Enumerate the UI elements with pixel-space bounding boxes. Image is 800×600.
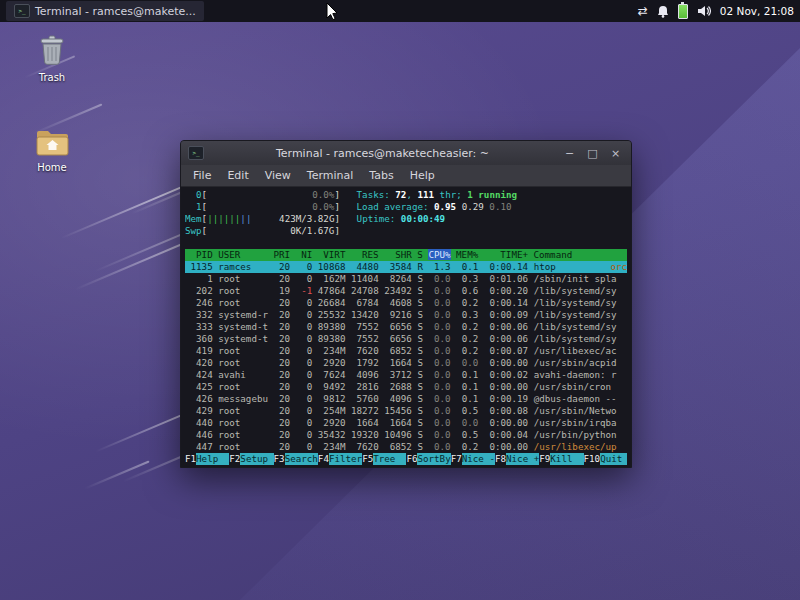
light-streak bbox=[95, 414, 183, 453]
fkey-bar: F1Help F2Setup F3SearchF4FilterF5Tree F6… bbox=[185, 453, 627, 465]
window-icon: >_ bbox=[188, 146, 204, 160]
screen: >_ Terminal - ramces@makete... ⇄ 02 Nov,… bbox=[0, 0, 800, 600]
home-label: Home bbox=[20, 162, 84, 173]
taskbar-window-label: Terminal - ramces@makete... bbox=[35, 5, 196, 18]
desktop-icon-home[interactable]: Home bbox=[20, 128, 84, 173]
fkey-f3[interactable]: F3 bbox=[274, 453, 285, 465]
menu-tabs[interactable]: Tabs bbox=[361, 167, 401, 184]
process-row-332[interactable]: 332 systemd-r 20 0 25532 13420 9216 S 0.… bbox=[185, 309, 627, 321]
process-row-1135[interactable]: 1135 ramces 20 0 10868 4480 3584 R 1.3 0… bbox=[185, 261, 627, 273]
terminal-app-icon: >_ bbox=[14, 4, 30, 18]
process-row-425[interactable]: 425 root 20 0 9492 2816 2688 S 0.0 0.1 0… bbox=[185, 381, 627, 393]
process-row-447[interactable]: 447 root 20 0 234M 7620 6852 S 0.0 0.2 0… bbox=[185, 441, 627, 453]
process-row-424[interactable]: 424 avahi 20 0 7624 4096 3712 S 0.0 0.1 … bbox=[185, 369, 627, 381]
process-row-202[interactable]: 202 root 19 -1 47864 24708 23492 S 0.0 0… bbox=[185, 285, 627, 297]
menu-view[interactable]: View bbox=[257, 167, 299, 184]
process-row-1[interactable]: 1 root 20 0 162M 11404 8264 S 0.0 0.3 0:… bbox=[185, 273, 627, 285]
notification-bell-icon[interactable] bbox=[657, 5, 669, 18]
terminal-screen[interactable]: 0[ 0.0%] Tasks: 72, 111 thr; 1 running 1… bbox=[181, 187, 631, 467]
fkey-f6[interactable]: F6 bbox=[406, 453, 417, 465]
cpu0-meter: 0[ 0.0%] Tasks: 72, 111 thr; 1 running bbox=[185, 189, 627, 201]
process-list: 1135 ramces 20 0 10868 4480 3584 R 1.3 0… bbox=[185, 261, 627, 453]
fkey-f4[interactable]: F4 bbox=[318, 453, 329, 465]
light-streak bbox=[61, 179, 200, 239]
blank-line bbox=[185, 237, 627, 249]
terminal-window: >_ Terminal - ramces@maketecheasier: ~ −… bbox=[180, 140, 632, 468]
menu-terminal[interactable]: Terminal bbox=[299, 167, 362, 184]
battery-icon[interactable] bbox=[678, 4, 688, 19]
close-button[interactable]: × bbox=[607, 147, 624, 160]
menu-help[interactable]: Help bbox=[402, 167, 443, 184]
fkey-f2[interactable]: F2 bbox=[229, 453, 240, 465]
process-row-446[interactable]: 446 root 20 0 35432 19320 10496 S 0.0 0.… bbox=[185, 429, 627, 441]
menu-bar: FileEditViewTerminalTabsHelp bbox=[181, 165, 631, 187]
titlebar[interactable]: >_ Terminal - ramces@maketecheasier: ~ −… bbox=[181, 141, 631, 165]
trash-label: Trash bbox=[20, 72, 84, 83]
desktop-icon-trash[interactable]: Trash bbox=[20, 34, 84, 83]
swap-meter: Swp[ 0K/1.67G] bbox=[185, 225, 627, 237]
trash-can-icon bbox=[37, 51, 67, 70]
maximize-button[interactable]: □ bbox=[584, 147, 601, 160]
process-row-360[interactable]: 360 systemd-t 20 0 89380 7552 6656 S 0.0… bbox=[185, 333, 627, 345]
process-row-429[interactable]: 429 root 20 0 254M 18272 15456 S 0.0 0.5… bbox=[185, 405, 627, 417]
memory-meter: Mem[|||||||| 423M/3.82G] Uptime: 00:00:4… bbox=[185, 213, 627, 225]
volume-icon[interactable] bbox=[697, 5, 711, 17]
fkey-f10[interactable]: F10 bbox=[584, 453, 601, 465]
top-panel: >_ Terminal - ramces@makete... ⇄ 02 Nov,… bbox=[0, 0, 800, 22]
window-title: Terminal - ramces@maketecheasier: ~ bbox=[210, 147, 555, 160]
minimize-button[interactable]: − bbox=[561, 147, 578, 160]
clock[interactable]: 02 Nov, 21:08 bbox=[720, 5, 794, 17]
workspace-arrows-icon[interactable]: ⇄ bbox=[638, 5, 648, 17]
home-folder-icon bbox=[36, 141, 69, 160]
fkey-f7[interactable]: F7 bbox=[451, 453, 462, 465]
menu-file[interactable]: File bbox=[185, 167, 219, 184]
menu-edit[interactable]: Edit bbox=[219, 167, 256, 184]
process-row-420[interactable]: 420 root 20 0 2920 1792 1664 S 0.0 0.0 0… bbox=[185, 357, 627, 369]
process-row-419[interactable]: 419 root 20 0 234M 7620 6852 S 0.0 0.2 0… bbox=[185, 345, 627, 357]
mouse-cursor bbox=[326, 2, 339, 25]
fkey-f5[interactable]: F5 bbox=[362, 453, 373, 465]
process-row-333[interactable]: 333 systemd-t 20 0 89380 7552 6656 S 0.0… bbox=[185, 321, 627, 333]
cpu1-meter: 1[ 0.0%] Load average: 0.95 0.29 0.10 bbox=[185, 201, 627, 213]
fkey-f9[interactable]: F9 bbox=[539, 453, 550, 465]
process-row-440[interactable]: 440 root 20 0 2920 1664 1664 S 0.0 0.0 0… bbox=[185, 417, 627, 429]
panel-tray: ⇄ 02 Nov, 21:08 bbox=[638, 4, 794, 19]
process-row-426[interactable]: 426 messagebu 20 0 9812 5760 4096 S 0.0 … bbox=[185, 393, 627, 405]
process-row-246[interactable]: 246 root 20 0 26684 6784 4608 S 0.0 0.2 … bbox=[185, 297, 627, 309]
taskbar-window-button[interactable]: >_ Terminal - ramces@makete... bbox=[6, 1, 204, 21]
fkey-f8[interactable]: F8 bbox=[495, 453, 506, 465]
process-table-header[interactable]: PID USER PRI NI VIRT RES SHR S CPU% MEM%… bbox=[185, 249, 627, 261]
fkey-f1[interactable]: F1 bbox=[185, 453, 196, 465]
